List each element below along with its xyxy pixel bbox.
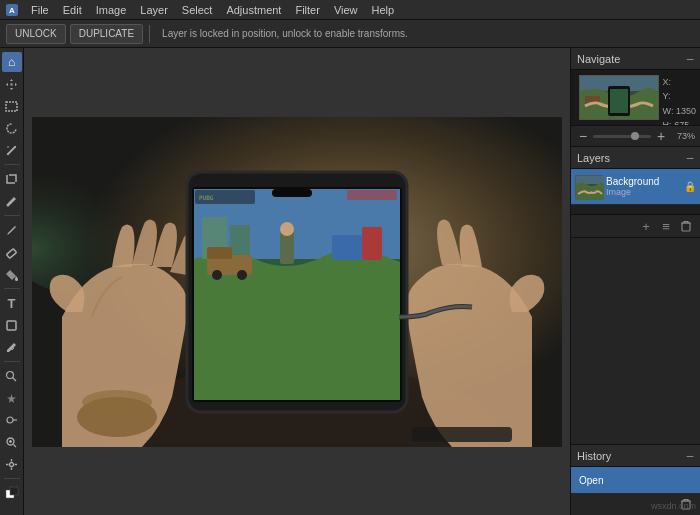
menu-filter[interactable]: Filter (288, 0, 326, 19)
main-layout: ⌂ (0, 48, 700, 515)
menu-bar: A File Edit Image Layer Select Adjustmen… (0, 0, 700, 20)
layer-delete-btn[interactable] (678, 218, 694, 234)
layer-type: Image (606, 187, 679, 197)
menu-edit[interactable]: Edit (56, 0, 89, 19)
svg-rect-9 (7, 321, 16, 330)
tool-magic-wand[interactable] (2, 140, 22, 160)
svg-rect-40 (412, 427, 512, 442)
svg-point-39 (82, 390, 152, 414)
tool-shape[interactable] (2, 315, 22, 335)
svg-point-29 (237, 270, 247, 280)
svg-rect-30 (280, 232, 294, 264)
history-row-open[interactable]: Open (571, 467, 700, 493)
svg-rect-33 (362, 227, 382, 260)
navigate-section: Navigate − (571, 48, 700, 147)
svg-rect-27 (207, 247, 232, 259)
navigate-title: Navigate (577, 53, 620, 65)
right-panel: Navigate − (570, 48, 700, 515)
svg-rect-37 (272, 189, 312, 197)
svg-point-12 (7, 417, 13, 423)
svg-text:PUBG: PUBG (199, 194, 214, 201)
canvas-image: PUBG (32, 117, 562, 447)
navigate-thumbnail (579, 75, 659, 120)
tool-pen[interactable] (2, 337, 22, 357)
svg-rect-36 (347, 190, 397, 200)
history-title: History (577, 450, 611, 462)
layers-collapse[interactable]: − (686, 151, 694, 165)
svg-point-6 (7, 153, 9, 155)
layers-list: Background Image 🔒 (571, 169, 700, 214)
unlock-button[interactable]: UNLOCK (6, 24, 66, 44)
app-icon: A (4, 2, 20, 18)
menu-select[interactable]: Select (175, 0, 220, 19)
layer-row-background[interactable]: Background Image 🔒 (571, 169, 700, 205)
tool-separator-4 (4, 361, 20, 362)
left-tool-panel: ⌂ (0, 48, 24, 515)
navigate-header: Navigate − (571, 48, 700, 70)
svg-point-11 (7, 371, 14, 378)
tool-move[interactable] (2, 74, 22, 94)
svg-rect-16 (10, 487, 18, 495)
duplicate-button[interactable]: DUPLICATE (70, 24, 143, 44)
menu-layer[interactable]: Layer (133, 0, 175, 19)
menu-view[interactable]: View (327, 0, 365, 19)
tool-separator-5 (4, 478, 20, 479)
tool-separator-3 (4, 288, 20, 289)
layer-info: Background Image (606, 176, 679, 197)
layer-menu-btn[interactable]: ≡ (658, 218, 674, 234)
menu-file[interactable]: File (24, 0, 56, 19)
toolbar-message: Layer is locked in position, unlock to e… (162, 28, 408, 39)
svg-rect-48 (682, 223, 690, 231)
tool-pan[interactable] (2, 454, 22, 474)
zoom-value: 73% (671, 131, 695, 141)
svg-text:A: A (9, 6, 15, 15)
layer-lock-icon: 🔒 (684, 181, 696, 192)
svg-rect-2 (6, 102, 17, 111)
tool-eraser[interactable] (2, 242, 22, 262)
tool-dodge[interactable] (2, 410, 22, 430)
tool-fill[interactable] (2, 264, 22, 284)
layer-add-btn[interactable]: + (638, 218, 654, 234)
svg-rect-32 (332, 235, 362, 260)
canvas-area[interactable]: PUBG (24, 48, 570, 515)
navigate-coords: X: Y: W: 1350 H: 675 (663, 75, 696, 125)
history-list: Open (571, 467, 700, 493)
svg-point-4 (7, 146, 9, 148)
photo-placeholder: PUBG (32, 117, 562, 447)
navigate-preview[interactable]: X: Y: W: 1350 H: 675 (571, 70, 700, 125)
zoom-thumb[interactable] (631, 132, 639, 140)
tool-text[interactable]: T (2, 293, 22, 313)
svg-point-7 (7, 203, 10, 206)
layers-title: Layers (577, 152, 610, 164)
menu-image[interactable]: Image (89, 0, 134, 19)
history-collapse[interactable]: − (686, 449, 694, 463)
tool-brush[interactable] (2, 220, 22, 240)
svg-rect-8 (6, 248, 16, 258)
layers-header: Layers − (571, 147, 700, 169)
tool-home[interactable]: ⌂ (2, 52, 22, 72)
watermark: wsxdn.com (651, 501, 696, 511)
tool-zoom[interactable] (2, 432, 22, 452)
zoom-slider[interactable] (593, 135, 651, 138)
toolbar-separator (149, 25, 150, 43)
svg-rect-45 (610, 89, 628, 113)
tool-clone[interactable] (2, 366, 22, 386)
tool-crop[interactable] (2, 169, 22, 189)
tool-select-rect[interactable] (2, 96, 22, 116)
menu-help[interactable]: Help (365, 0, 402, 19)
tool-separator-1 (4, 164, 20, 165)
zoom-minus-btn[interactable]: − (576, 129, 590, 143)
tool-eyedropper[interactable] (2, 191, 22, 211)
history-label-open: Open (579, 475, 603, 486)
layer-thumbnail (575, 175, 603, 199)
layer-name: Background (606, 176, 679, 187)
menu-adjustment[interactable]: Adjustment (219, 0, 288, 19)
svg-rect-25 (230, 225, 250, 259)
tool-lasso[interactable] (2, 118, 22, 138)
zoom-plus-btn[interactable]: + (654, 129, 668, 143)
tool-fg-bg[interactable] (2, 483, 22, 503)
navigate-collapse[interactable]: − (686, 52, 694, 66)
toolbar: UNLOCK DUPLICATE Layer is locked in posi… (0, 20, 700, 48)
layers-actions: + ≡ (571, 214, 700, 237)
tool-heal[interactable] (2, 388, 22, 408)
